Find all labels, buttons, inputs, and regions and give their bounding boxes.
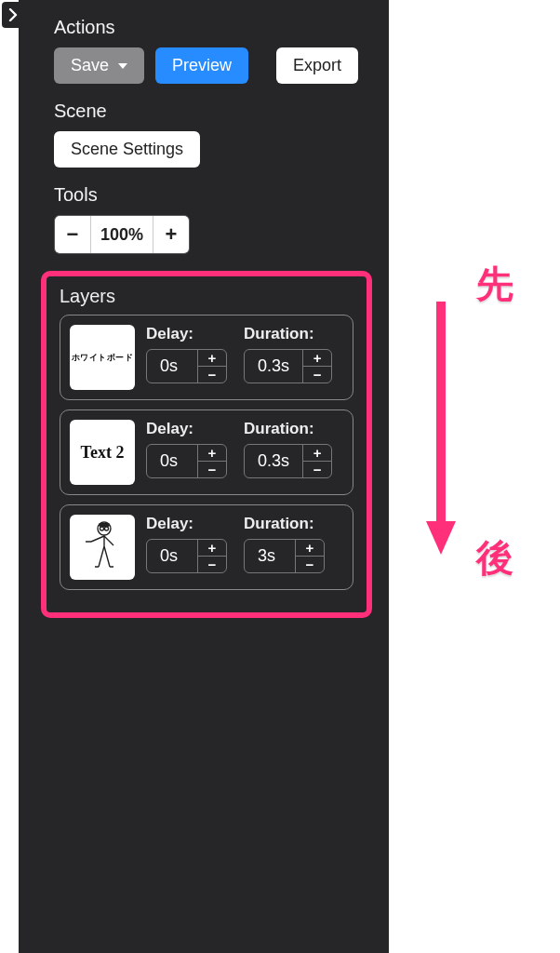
delay-increment-button[interactable]: + <box>198 350 226 366</box>
delay-decrement-button[interactable]: − <box>198 556 226 572</box>
duration-input[interactable]: 0.3s + − <box>244 349 332 383</box>
actions-heading: Actions <box>54 17 372 38</box>
duration-label: Duration: <box>244 420 332 438</box>
layer-thumbnail: ホワイトボード <box>70 325 135 390</box>
delay-label: Delay: <box>146 515 227 533</box>
preview-button[interactable]: Preview <box>155 47 248 84</box>
delay-input[interactable]: 0s + − <box>146 539 227 573</box>
duration-input[interactable]: 0.3s + − <box>244 444 332 478</box>
arrow-down-icon <box>422 302 460 562</box>
annotation-first-label: 先 <box>476 259 513 310</box>
duration-decrement-button[interactable]: − <box>296 556 324 572</box>
annotation-last-label: 後 <box>476 532 513 584</box>
chevron-right-icon <box>7 8 19 21</box>
person-icon <box>74 517 130 577</box>
layer-thumbnail: Text 2 <box>70 420 135 485</box>
delay-value: 0s <box>147 540 197 572</box>
layer-thumbnail <box>70 515 135 580</box>
layers-heading: Layers <box>60 286 353 307</box>
duration-decrement-button[interactable]: − <box>303 461 331 477</box>
zoom-value: 100% <box>90 216 153 253</box>
caret-down-icon <box>118 63 127 69</box>
save-button-label: Save <box>71 56 109 75</box>
delay-decrement-button[interactable]: − <box>198 366 226 383</box>
duration-decrement-button[interactable]: − <box>303 366 331 383</box>
layers-panel-highlight: Layers ホワイトボード Delay: 0s + − <box>41 271 372 618</box>
save-button[interactable]: Save <box>54 47 144 84</box>
duration-input[interactable]: 3s + − <box>244 539 325 573</box>
duration-value: 0.3s <box>245 350 302 383</box>
delay-input[interactable]: 0s + − <box>146 444 227 478</box>
duration-value: 0.3s <box>245 445 302 477</box>
annotation-area: 先 後 <box>389 0 560 953</box>
svg-rect-1 <box>99 523 110 527</box>
svg-point-3 <box>105 527 109 530</box>
layer-row[interactable]: ホワイトボード Delay: 0s + − Duration: <box>60 315 353 400</box>
zoom-out-button[interactable]: − <box>55 216 90 253</box>
layer-row[interactable]: Delay: 0s + − Duration: 3s <box>60 504 353 590</box>
duration-increment-button[interactable]: + <box>303 350 331 366</box>
duration-label: Duration: <box>244 325 332 343</box>
delay-value: 0s <box>147 445 197 477</box>
duration-label: Duration: <box>244 515 325 533</box>
scene-heading: Scene <box>54 101 372 122</box>
delay-increment-button[interactable]: + <box>198 540 226 556</box>
duration-value: 3s <box>245 540 295 572</box>
duration-increment-button[interactable]: + <box>303 445 331 461</box>
delay-label: Delay: <box>146 325 227 343</box>
export-button[interactable]: Export <box>276 47 358 84</box>
duration-increment-button[interactable]: + <box>296 540 324 556</box>
scene-settings-button[interactable]: Scene Settings <box>54 131 200 168</box>
delay-input[interactable]: 0s + − <box>146 349 227 383</box>
tools-heading: Tools <box>54 184 372 206</box>
delay-label: Delay: <box>146 420 227 438</box>
layer-row[interactable]: Text 2 Delay: 0s + − Duration: <box>60 409 353 495</box>
delay-decrement-button[interactable]: − <box>198 461 226 477</box>
svg-marker-5 <box>426 521 456 555</box>
side-panel: Actions Save Preview Export Scene Scene … <box>19 0 389 953</box>
zoom-control: − 100% + <box>54 215 190 254</box>
delay-increment-button[interactable]: + <box>198 445 226 461</box>
panel-collapse-rail <box>0 0 19 953</box>
svg-point-2 <box>100 527 104 530</box>
zoom-in-button[interactable]: + <box>153 216 189 253</box>
delay-value: 0s <box>147 350 197 383</box>
